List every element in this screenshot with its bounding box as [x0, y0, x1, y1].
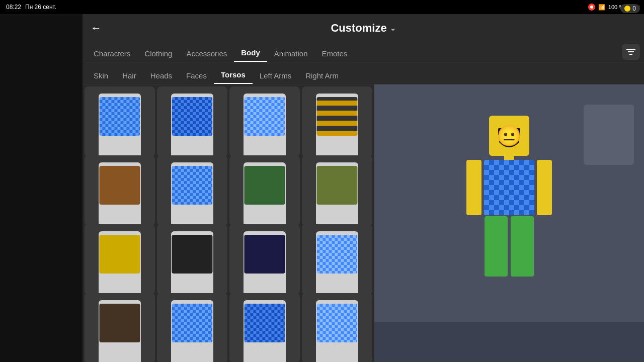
status-bar: 08:22 Пн 26 сент. 📶 100 % 0 [0, 0, 644, 14]
shirt-14 [172, 304, 212, 342]
thumb-16 [302, 293, 372, 362]
face-svg [489, 116, 529, 156]
shirt-3 [244, 97, 285, 136]
shirt-4 [316, 97, 357, 136]
header: ← Customize ⌄ [83, 14, 644, 42]
thumb-11 [229, 224, 300, 295]
char-legs [459, 216, 559, 277]
subnav-skin[interactable]: Skin [87, 67, 115, 84]
subnav-heads[interactable]: Heads [143, 67, 179, 84]
nav-animation[interactable]: Animation [267, 45, 315, 62]
char-body [466, 160, 552, 215]
bg-decoration [584, 105, 634, 165]
item-8[interactable] [302, 155, 372, 226]
record-icon [588, 4, 595, 11]
item-15[interactable] [229, 293, 300, 362]
title-text: Customize [331, 22, 386, 35]
shirt-7 [244, 166, 285, 205]
wifi-icon: 📶 [598, 4, 605, 11]
nav-body[interactable]: Body [234, 44, 267, 62]
thumb-8 [302, 155, 372, 226]
svg-rect-5 [514, 128, 520, 135]
item-11[interactable] [229, 224, 300, 295]
subnav-left-arms[interactable]: Left Arms [253, 67, 298, 84]
thumb-1 [85, 86, 155, 157]
shirt-6 [172, 166, 212, 205]
shirt-15 [244, 304, 285, 342]
shirt-11 [244, 235, 285, 274]
svg-rect-3 [489, 116, 529, 156]
thumb-5 [85, 155, 155, 226]
shirt-5 [99, 166, 140, 205]
shirt-12 [316, 235, 357, 274]
subnav-right-arm[interactable]: Right Arm [298, 67, 346, 84]
item-10[interactable] [157, 224, 227, 295]
status-left: 08:22 Пн 26 сент. [6, 4, 56, 11]
date: Пн 26 сент. [25, 4, 56, 11]
header-title: Customize ⌄ [331, 22, 395, 35]
thumb-14 [157, 293, 227, 362]
content-area [83, 84, 644, 362]
nav-emotes[interactable]: Emotes [314, 45, 354, 62]
shirt-2 [172, 97, 212, 136]
top-nav: Characters Clothing Accessories Body Ani… [83, 42, 644, 62]
coin-count: 0 [632, 5, 636, 12]
shirt-10 [172, 235, 212, 274]
shirt-1 [99, 97, 140, 136]
shirt-8 [316, 166, 357, 205]
shirt-13 [99, 304, 140, 342]
item-7[interactable] [229, 155, 300, 226]
shirt-16 [316, 304, 357, 342]
coin-icon [624, 6, 630, 12]
chevron-down-icon: ⌄ [390, 24, 396, 32]
thumb-13 [85, 293, 155, 362]
item-5[interactable] [85, 155, 155, 226]
item-9[interactable] [85, 224, 155, 295]
thumb-4 [302, 86, 372, 157]
filter-icon [626, 48, 635, 55]
item-16[interactable] [302, 293, 372, 362]
back-icon: ← [91, 22, 102, 35]
char-right-arm [537, 160, 552, 215]
app-container: ← Customize ⌄ Characters Clothing Access… [83, 14, 644, 362]
3d-viewer [374, 84, 644, 362]
thumb-9 [85, 224, 155, 295]
nav-clothing[interactable]: Clothing [137, 45, 179, 62]
char-neck [504, 156, 514, 160]
item-3[interactable] [229, 86, 300, 157]
char-left-arm [466, 160, 481, 215]
char-left-leg [485, 216, 508, 277]
status-right: 📶 100 % 0 [588, 4, 638, 11]
item-12[interactable] [302, 224, 372, 295]
subnav-faces[interactable]: Faces [179, 67, 214, 84]
char-torso [484, 160, 534, 215]
item-14[interactable] [157, 293, 227, 362]
item-4[interactable] [302, 86, 372, 157]
coin-badge: 0 [620, 4, 640, 13]
character-head [489, 116, 529, 156]
char-right-leg [511, 216, 534, 277]
thumb-15 [229, 293, 300, 362]
character-container [444, 116, 575, 342]
thumb-10 [157, 224, 227, 295]
item-2[interactable] [157, 86, 227, 157]
thumb-3 [229, 86, 300, 157]
nav-accessories[interactable]: Accessories [179, 45, 234, 62]
item-13[interactable] [85, 293, 155, 362]
item-1[interactable] [85, 86, 155, 157]
nav-characters[interactable]: Characters [87, 45, 137, 62]
roblox-character [459, 116, 559, 307]
filter-button[interactable] [622, 44, 640, 60]
shirt-9 [99, 235, 140, 274]
item-grid [83, 84, 374, 362]
thumb-12 [302, 224, 372, 295]
left-panel [0, 14, 83, 362]
svg-rect-4 [498, 128, 504, 135]
back-button[interactable]: ← [91, 22, 102, 35]
subnav-torsos[interactable]: Torsos [214, 66, 253, 84]
subnav-hair[interactable]: Hair [115, 67, 143, 84]
thumb-2 [157, 86, 227, 157]
item-6[interactable] [157, 155, 227, 226]
time: 08:22 [6, 4, 21, 11]
sub-nav: Skin Hair Heads Faces Torsos Left Arms R… [83, 62, 644, 84]
